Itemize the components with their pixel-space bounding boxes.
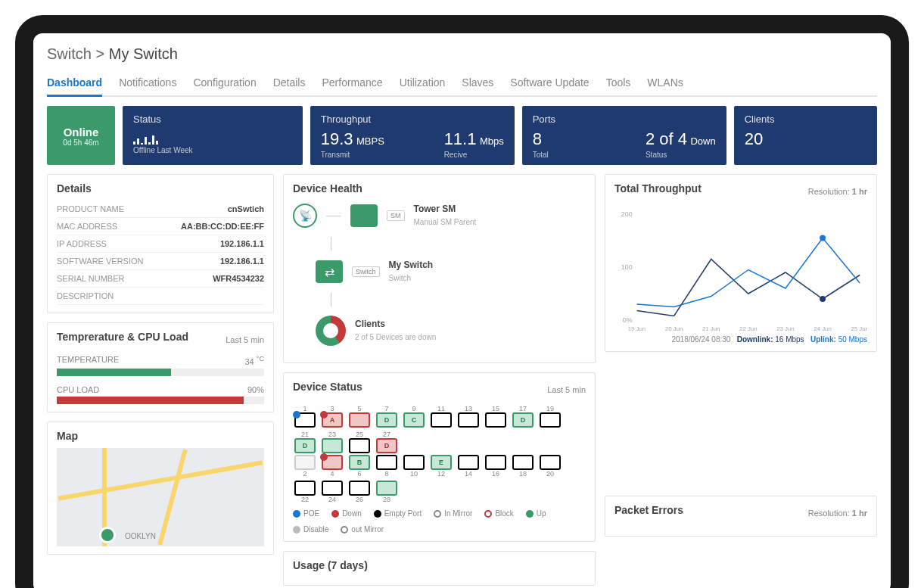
port-14[interactable] [458,455,479,470]
tab-notifications[interactable]: Notifications [119,72,176,95]
stat-throughput: Throughput 19.3 MBPS Transmit 11.1 Mbps … [310,106,515,165]
port-11[interactable] [431,412,452,428]
port-23[interactable] [322,438,343,453]
tab-bar: DashboardNotificationsConfigurationDetai… [47,72,877,97]
port-26[interactable] [349,481,370,496]
tab-wlans[interactable]: WLANs [647,72,683,95]
port-12[interactable]: E [431,455,452,470]
breadcrumb: Switch > My Switch [47,41,877,72]
packet-errors-panel: Packet Errors Resolution: 1 hr [605,496,877,537]
tab-details[interactable]: Details [273,72,306,95]
legend-item: In Mirror [434,509,472,518]
svg-text:25 Jun: 25 Jun [851,325,867,332]
detail-row: MAC ADDRESSAA:BB:CC:DD:EE:FF [57,218,264,235]
usage-panel: Usage (7 days) [283,551,596,586]
legend-item: Block [484,509,513,518]
map-marker-icon[interactable] [99,527,116,543]
cpu-bar [57,397,264,404]
port-10[interactable] [403,455,425,470]
detail-row: SOFTWARE VERSION192.186.1.1 [57,253,264,270]
svg-text:200: 200 [621,210,633,218]
throughput-panel: Total Throughput Resolution: 1 hr 0%1002… [605,174,877,352]
port-2[interactable] [294,455,316,470]
svg-text:100: 100 [621,263,633,271]
port-13[interactable] [458,412,479,428]
port-9[interactable]: C [403,412,425,428]
throughput-chart[interactable]: 0%10020019 Jun20 Jun21 Jun22 Jun23 Jun24… [614,207,867,335]
legend-item: Empty Port [374,509,422,518]
breadcrumb-parent[interactable]: Switch [47,45,92,62]
tab-utilization[interactable]: Utilization [400,72,446,95]
port-19[interactable] [540,412,561,428]
switch-box-icon: ⇄ [316,260,343,283]
temp-cpu-panel: Temprerature & CPU Load Last 5 min TEMPE… [47,322,274,412]
stat-status: Status Offline Last Week [123,106,303,165]
legend-item: Down [331,509,362,518]
antenna-icon: 📡 [293,204,317,228]
tab-performance[interactable]: Performance [322,72,382,95]
legend-item: out Mirror [341,525,384,534]
stat-clients: Clients 20 [734,106,877,165]
map-panel: Map OOKLYN [47,422,274,555]
svg-text:21 Jun: 21 Jun [702,325,720,332]
port-25[interactable] [349,438,370,453]
port-8[interactable] [376,455,397,470]
dh-node-tower[interactable]: 📡 SM Tower SMManual SM Parent [293,204,586,228]
detail-row: IP ADDRESS192.186.1.1 [57,235,264,253]
svg-text:23 Jun: 23 Jun [776,325,795,332]
tab-dashboard[interactable]: Dashboard [47,72,102,97]
device-health-panel: Device Health 📡 SM Tower SMManual SM Par… [283,174,596,363]
port-15[interactable] [485,412,506,428]
detail-row: DESCRIPTION [57,288,264,305]
legend-item: Disable [293,525,328,534]
port-16[interactable] [485,455,506,470]
svg-text:22 Jun: 22 Jun [739,325,758,332]
dh-node-switch[interactable]: ⇄ Switch My SwitchSwitch [316,260,586,284]
sm-box-icon [350,204,378,227]
svg-text:20 Jun: 20 Jun [665,325,683,332]
svg-point-11 [820,296,826,302]
tab-configuration[interactable]: Configuration [193,72,256,95]
stat-online: Online 0d 5h 46m [47,106,115,165]
tab-tools[interactable]: Tools [606,72,631,95]
port-17[interactable]: D [512,412,534,428]
port-18[interactable] [512,455,534,470]
legend-item: POE [293,509,319,518]
clients-pie-icon [316,316,346,346]
svg-text:0%: 0% [623,316,633,324]
svg-text:19 Jun: 19 Jun [628,325,646,332]
port-21[interactable]: D [294,438,316,453]
device-status-panel: Device Status Last 5 min 13A57D9C1113151… [283,372,596,542]
port-22[interactable] [294,481,316,496]
port-6[interactable]: B [349,455,370,470]
svg-point-10 [820,235,826,241]
temperature-bar [57,369,264,376]
legend-item: Up [526,509,546,518]
tab-slaves[interactable]: Slaves [462,72,493,95]
port-1[interactable] [294,412,316,428]
port-7[interactable]: D [376,412,397,428]
port-4[interactable] [322,455,343,470]
port-20[interactable] [540,455,561,470]
port-5[interactable] [349,412,370,428]
map[interactable]: OOKLYN [57,448,264,546]
sparkline-icon [133,129,292,145]
detail-row: PRODUCT NAMEcnSwtich [57,201,264,218]
port-27[interactable]: D [376,438,397,453]
svg-text:24 Jun: 24 Jun [814,325,832,332]
dh-node-clients[interactable]: Clients2 of 5 Devices are down [316,316,586,346]
breadcrumb-current: My Switch [109,45,178,62]
port-3[interactable]: A [322,412,343,428]
details-panel: Details PRODUCT NAMEcnSwtichMAC ADDRESSA… [47,174,274,313]
detail-row: SERIAL NUMBERWFR4534232 [57,270,264,288]
tab-software-update[interactable]: Software Update [510,72,589,95]
port-24[interactable] [322,481,343,496]
device-frame: Switch > My Switch DashboardNotification… [15,15,909,588]
port-28[interactable] [376,481,397,496]
stat-ports: Ports 8 Total 2 of 4 Down Status [522,106,726,165]
